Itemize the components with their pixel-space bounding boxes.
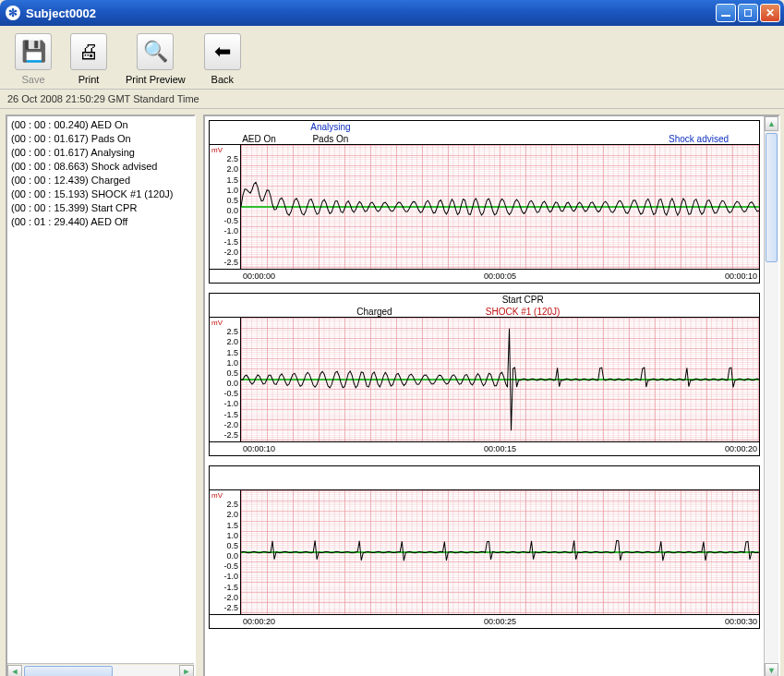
print-preview-button[interactable]: 🔍 Print Preview <box>126 33 186 85</box>
strip-body: mV2.52.01.51.00.50.0-0.5-1.0-1.5-2.0-2.5 <box>210 490 759 614</box>
annotation: Pads On <box>312 134 348 144</box>
vscroll-track[interactable] <box>765 131 778 663</box>
print-button[interactable]: 🖨 Print <box>70 33 107 85</box>
event-row[interactable]: (00 : 00 : 08.663) Shock advised <box>11 160 190 174</box>
y-tick: -2.5 <box>211 430 238 440</box>
strip-body: mV2.52.01.51.00.50.0-0.5-1.0-1.5-2.0-2.5 <box>210 145 759 269</box>
y-tick: 1.0 <box>211 358 238 368</box>
x-axis: 00:00:0000:00:0500:00:10 <box>210 269 759 283</box>
x-axis: 00:00:1000:00:1500:00:20 <box>210 441 759 455</box>
x-tick: 00:00:25 <box>484 617 516 626</box>
y-axis: mV2.52.01.51.00.50.0-0.5-1.0-1.5-2.0-2.5 <box>210 145 241 269</box>
y-tick: 2.0 <box>211 164 238 174</box>
print-label: Print <box>70 74 107 85</box>
window-title: Subject0002 <box>26 6 716 20</box>
y-axis: mV2.52.01.51.00.50.0-0.5-1.0-1.5-2.0-2.5 <box>210 490 241 614</box>
chart-vscroll[interactable]: ▲ ▼ <box>764 116 778 676</box>
y-tick: 1.5 <box>211 521 238 530</box>
annotation: Charged <box>356 307 392 317</box>
y-tick: -2.0 <box>211 247 238 257</box>
y-tick: 1.0 <box>211 186 238 195</box>
x-tick: 00:00:15 <box>484 444 516 453</box>
y-tick: -1.5 <box>211 410 238 419</box>
event-row[interactable]: (00 : 00 : 01.617) Analysing <box>11 146 190 160</box>
vscroll-thumb[interactable] <box>766 133 778 262</box>
y-tick: -0.5 <box>211 389 238 398</box>
scroll-track[interactable] <box>22 665 179 677</box>
ecg-strip: ChargedStart CPRSHOCK #1 (120J)mV2.52.01… <box>209 293 760 456</box>
y-tick: 2.0 <box>211 337 238 346</box>
event-list-hscroll[interactable]: ◄ ► <box>7 663 194 676</box>
y-tick: 2.5 <box>211 154 238 163</box>
y-tick: 1.5 <box>211 348 238 357</box>
y-tick: -0.5 <box>211 216 238 225</box>
event-list[interactable]: (00 : 00 : 00.240) AED On(00 : 00 : 01.6… <box>6 115 196 676</box>
back-icon: ⬅ <box>204 33 241 70</box>
x-tick: 00:00:10 <box>725 272 757 281</box>
minimize-button[interactable] <box>716 4 736 22</box>
back-button[interactable]: ⬅ Back <box>204 33 241 85</box>
event-row[interactable]: (00 : 00 : 00.240) AED On <box>11 118 190 132</box>
plot-area <box>241 318 759 441</box>
annotation: Start CPR <box>502 295 544 305</box>
y-tick: 0.0 <box>211 551 238 561</box>
print-preview-icon: 🔍 <box>137 33 174 70</box>
plot-area <box>241 490 759 614</box>
plot-area <box>241 145 759 269</box>
y-tick: 0.5 <box>211 541 238 550</box>
ecg-waveform <box>241 318 759 441</box>
strip-header <box>210 466 759 490</box>
y-tick: -2.5 <box>211 258 238 267</box>
y-tick: 2.5 <box>211 500 238 509</box>
strip-header: ChargedStart CPRSHOCK #1 (120J) <box>210 294 759 318</box>
print-preview-label: Print Preview <box>126 74 186 85</box>
y-axis: mV2.52.01.51.00.50.0-0.5-1.0-1.5-2.0-2.5 <box>210 318 241 441</box>
toolbar: 💾 Save 🖨 Print 🔍 Print Preview ⬅ Back <box>0 26 784 90</box>
maximize-button[interactable] <box>738 4 758 22</box>
annotation: SHOCK #1 (120J) <box>486 307 561 317</box>
close-button[interactable]: ✕ <box>760 4 780 22</box>
y-tick: -1.5 <box>211 583 238 592</box>
strip-body: mV2.52.01.51.00.50.0-0.5-1.0-1.5-2.0-2.5 <box>210 318 759 441</box>
recording-timestamp: 26 Oct 2008 21:50:29 GMT Standard Time <box>0 90 784 109</box>
main-area: (00 : 00 : 00.240) AED On(00 : 00 : 01.6… <box>0 109 784 676</box>
y-tick: -1.0 <box>211 226 238 235</box>
ecg-chart-panel: AED OnAnalysingPads OnShock advisedmV2.5… <box>203 115 780 676</box>
y-tick: 0.0 <box>211 206 238 215</box>
y-tick: -2.0 <box>211 593 238 602</box>
y-tick: -1.5 <box>211 237 238 247</box>
scroll-down-icon[interactable]: ▼ <box>765 663 778 676</box>
annotation: Shock advised <box>669 134 729 144</box>
print-icon: 🖨 <box>70 33 107 70</box>
scroll-right-icon[interactable]: ► <box>179 665 194 677</box>
event-list-items: (00 : 00 : 00.240) AED On(00 : 00 : 01.6… <box>7 116 194 663</box>
y-tick: 0.0 <box>211 379 238 388</box>
back-label: Back <box>204 74 241 85</box>
event-row[interactable]: (00 : 00 : 01.617) Pads On <box>11 132 190 146</box>
save-button: 💾 Save <box>15 33 52 85</box>
scroll-thumb[interactable] <box>24 666 113 677</box>
x-tick: 00:00:10 <box>243 444 275 453</box>
x-axis: 00:00:2000:00:2500:00:30 <box>210 614 759 628</box>
event-row[interactable]: (00 : 00 : 15.193) SHOCK #1 (120J) <box>11 187 190 201</box>
save-label: Save <box>15 74 52 85</box>
ecg-strips: AED OnAnalysingPads OnShock advisedmV2.5… <box>205 116 764 676</box>
y-tick: 0.5 <box>211 196 238 205</box>
titlebar: ✻ Subject0002 ✕ <box>0 0 784 26</box>
annotation: Analysing <box>310 122 350 132</box>
save-icon: 💾 <box>15 33 52 70</box>
annotation: AED On <box>242 134 276 144</box>
y-tick: -0.5 <box>211 561 238 571</box>
y-tick: 2.5 <box>211 327 238 336</box>
ecg-waveform <box>241 145 759 269</box>
window-buttons: ✕ <box>716 4 780 22</box>
event-row[interactable]: (00 : 01 : 29.440) AED Off <box>11 215 190 229</box>
scroll-left-icon[interactable]: ◄ <box>7 665 22 677</box>
scroll-up-icon[interactable]: ▲ <box>765 116 778 131</box>
event-row[interactable]: (00 : 00 : 15.399) Start CPR <box>11 201 190 215</box>
y-tick: -2.0 <box>211 420 238 429</box>
ecg-waveform <box>241 490 759 614</box>
y-tick: -2.5 <box>211 603 238 612</box>
ecg-strip: AED OnAnalysingPads OnShock advisedmV2.5… <box>209 120 760 284</box>
event-row[interactable]: (00 : 00 : 12.439) Charged <box>11 174 190 187</box>
